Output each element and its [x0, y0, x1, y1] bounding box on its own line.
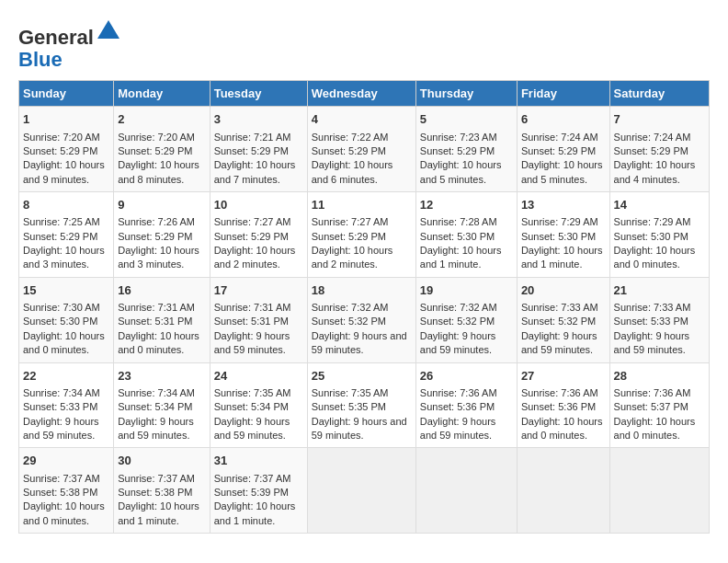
sunrise-text: Sunrise: 7:32 AM	[420, 301, 513, 315]
day-number: 2	[118, 111, 205, 128]
sunrise-text: Sunrise: 7:24 AM	[614, 131, 705, 144]
sunset-text: Sunset: 5:29 PM	[23, 144, 109, 158]
sunset-text: Sunset: 5:36 PM	[420, 400, 513, 414]
sunset-text: Sunset: 5:32 PM	[420, 315, 513, 328]
sunrise-text: Sunrise: 7:27 AM	[312, 215, 412, 229]
sunrise-text: Sunrise: 7:36 AM	[614, 386, 705, 400]
day-number: 28	[614, 368, 705, 385]
sunrise-text: Sunrise: 7:36 AM	[521, 386, 606, 400]
day-number: 21	[614, 282, 705, 299]
calendar-cell: 18Sunrise: 7:32 AMSunset: 5:32 PMDayligh…	[307, 277, 415, 362]
sunset-text: Sunset: 5:29 PM	[118, 230, 205, 244]
calendar-cell: 6Sunrise: 7:24 AMSunset: 5:29 PMDaylight…	[517, 107, 609, 192]
sunset-text: Sunset: 5:29 PM	[521, 144, 606, 158]
day-number: 13	[521, 197, 606, 213]
sunrise-text: Sunrise: 7:22 AM	[312, 131, 412, 144]
day-number: 19	[420, 282, 513, 299]
day-number: 20	[521, 282, 606, 299]
day-number: 26	[420, 368, 513, 385]
sunset-text: Sunset: 5:31 PM	[118, 315, 205, 328]
sunset-text: Sunset: 5:34 PM	[118, 400, 205, 414]
day-number: 30	[118, 453, 205, 469]
sunset-text: Sunset: 5:29 PM	[312, 144, 412, 158]
sunset-text: Sunset: 5:38 PM	[118, 486, 205, 500]
sunrise-text: Sunrise: 7:27 AM	[214, 215, 303, 229]
week-row-2: 8Sunrise: 7:25 AMSunset: 5:29 PMDaylight…	[19, 192, 710, 278]
day-number: 11	[312, 197, 412, 213]
daylight-text: Daylight: 9 hours and 59 minutes.	[521, 329, 606, 358]
daylight-text: Daylight: 9 hours and 59 minutes.	[420, 329, 513, 358]
week-row-1: 1Sunrise: 7:20 AMSunset: 5:29 PMDaylight…	[19, 107, 710, 192]
calendar-cell: 20Sunrise: 7:33 AMSunset: 5:32 PMDayligh…	[517, 277, 609, 362]
calendar-cell: 17Sunrise: 7:31 AMSunset: 5:31 PMDayligh…	[210, 277, 307, 362]
week-row-5: 29Sunrise: 7:37 AMSunset: 5:38 PMDayligh…	[19, 448, 710, 534]
daylight-text: Daylight: 10 hours and 0 minutes.	[23, 500, 109, 528]
calendar-cell	[609, 448, 709, 534]
sunset-text: Sunset: 5:29 PM	[420, 144, 513, 158]
daylight-text: Daylight: 10 hours and 3 minutes.	[23, 244, 109, 272]
calendar-cell: 28Sunrise: 7:36 AMSunset: 5:37 PMDayligh…	[609, 362, 709, 448]
sunrise-text: Sunrise: 7:33 AM	[521, 301, 606, 315]
calendar-cell: 30Sunrise: 7:37 AMSunset: 5:38 PMDayligh…	[114, 448, 210, 534]
sunrise-text: Sunrise: 7:20 AM	[118, 131, 205, 144]
day-number: 1	[23, 111, 109, 128]
sunrise-text: Sunrise: 7:34 AM	[118, 386, 205, 400]
calendar-cell: 8Sunrise: 7:25 AMSunset: 5:29 PMDaylight…	[19, 192, 114, 278]
day-number: 14	[614, 197, 705, 213]
sunrise-text: Sunrise: 7:31 AM	[214, 301, 303, 315]
week-row-4: 22Sunrise: 7:34 AMSunset: 5:33 PMDayligh…	[19, 362, 710, 448]
daylight-text: Daylight: 10 hours and 8 minutes.	[118, 158, 205, 187]
col-header-saturday: Saturday	[609, 81, 709, 107]
day-number: 22	[23, 368, 109, 385]
calendar-cell: 1Sunrise: 7:20 AMSunset: 5:29 PMDaylight…	[19, 107, 114, 192]
daylight-text: Daylight: 10 hours and 0 minutes.	[521, 415, 606, 443]
calendar-cell	[307, 448, 415, 534]
day-number: 25	[312, 368, 412, 385]
day-number: 31	[214, 453, 303, 469]
sunset-text: Sunset: 5:38 PM	[23, 486, 109, 500]
sunset-text: Sunset: 5:29 PM	[614, 144, 705, 158]
sunrise-text: Sunrise: 7:31 AM	[118, 301, 205, 315]
daylight-text: Daylight: 10 hours and 1 minute.	[118, 500, 205, 528]
sunset-text: Sunset: 5:29 PM	[312, 230, 412, 244]
calendar-cell: 26Sunrise: 7:36 AMSunset: 5:36 PMDayligh…	[415, 362, 517, 448]
daylight-text: Daylight: 9 hours and 59 minutes.	[312, 329, 412, 358]
calendar-table: SundayMondayTuesdayWednesdayThursdayFrid…	[18, 80, 710, 534]
daylight-text: Daylight: 10 hours and 0 minutes.	[118, 329, 205, 358]
sunset-text: Sunset: 5:29 PM	[23, 230, 109, 244]
day-number: 15	[23, 282, 109, 299]
daylight-text: Daylight: 10 hours and 3 minutes.	[118, 244, 205, 272]
calendar-cell: 7Sunrise: 7:24 AMSunset: 5:29 PMDaylight…	[609, 107, 709, 192]
daylight-text: Daylight: 9 hours and 59 minutes.	[312, 415, 412, 443]
calendar-cell: 13Sunrise: 7:29 AMSunset: 5:30 PMDayligh…	[517, 192, 609, 278]
logo-text: General Blue	[18, 18, 121, 71]
calendar-cell: 2Sunrise: 7:20 AMSunset: 5:29 PMDaylight…	[114, 107, 210, 192]
svg-marker-0	[97, 20, 119, 39]
sunrise-text: Sunrise: 7:35 AM	[312, 386, 412, 400]
sunrise-text: Sunrise: 7:21 AM	[214, 131, 303, 144]
day-number: 6	[521, 111, 606, 128]
sunset-text: Sunset: 5:34 PM	[214, 400, 303, 414]
calendar-cell: 3Sunrise: 7:21 AMSunset: 5:29 PMDaylight…	[210, 107, 307, 192]
calendar-cell: 25Sunrise: 7:35 AMSunset: 5:35 PMDayligh…	[307, 362, 415, 448]
calendar-cell: 22Sunrise: 7:34 AMSunset: 5:33 PMDayligh…	[19, 362, 114, 448]
logo-general: General	[18, 26, 94, 49]
week-row-3: 15Sunrise: 7:30 AMSunset: 5:30 PMDayligh…	[19, 277, 710, 362]
sunset-text: Sunset: 5:37 PM	[614, 400, 705, 414]
daylight-text: Daylight: 10 hours and 1 minute.	[521, 244, 606, 272]
sunset-text: Sunset: 5:32 PM	[312, 315, 412, 328]
day-number: 29	[23, 453, 109, 469]
sunset-text: Sunset: 5:32 PM	[521, 315, 606, 328]
logo-blue: Blue	[18, 48, 63, 71]
calendar-cell: 19Sunrise: 7:32 AMSunset: 5:32 PMDayligh…	[415, 277, 517, 362]
sunrise-text: Sunrise: 7:34 AM	[23, 386, 109, 400]
day-number: 8	[23, 197, 109, 213]
sunset-text: Sunset: 5:30 PM	[614, 230, 705, 244]
sunrise-text: Sunrise: 7:37 AM	[118, 472, 205, 486]
sunset-text: Sunset: 5:30 PM	[521, 230, 606, 244]
calendar-cell: 14Sunrise: 7:29 AMSunset: 5:30 PMDayligh…	[609, 192, 709, 278]
sunset-text: Sunset: 5:31 PM	[214, 315, 303, 328]
day-number: 23	[118, 368, 205, 385]
col-header-sunday: Sunday	[19, 81, 114, 107]
day-number: 27	[521, 368, 606, 385]
